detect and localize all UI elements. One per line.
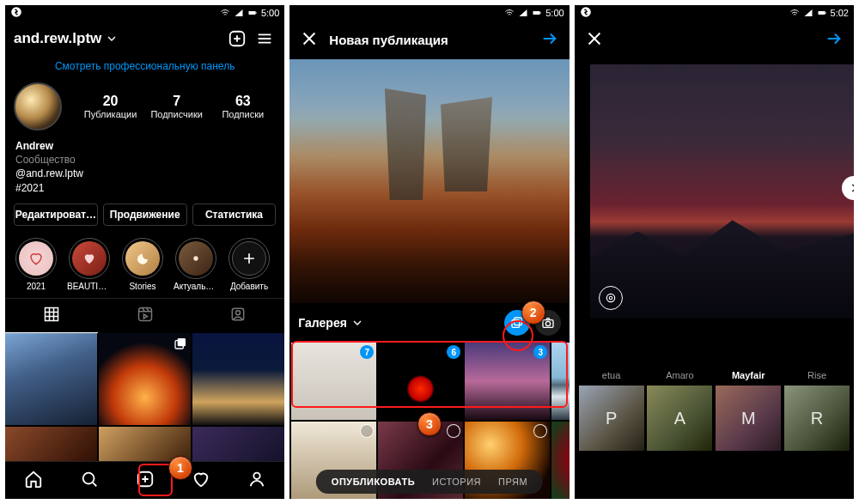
svg-rect-20: [818, 11, 825, 15]
new-post-header-button[interactable]: [226, 27, 248, 50]
tab-reels[interactable]: [98, 299, 191, 333]
profile-posts-grid: [5, 333, 284, 461]
highlight-stories[interactable]: Stories: [120, 238, 165, 291]
filter-amaro[interactable]: Amaro A: [646, 370, 713, 451]
phone-filters: 5:02 etua P Amaro A Mayfair M Rise R: [575, 5, 854, 499]
profile-stats: 20 Публикации 7 Подписчики 63 Подписки: [5, 81, 284, 137]
signal-icon: [234, 8, 244, 18]
wifi-icon: [504, 8, 515, 18]
svg-point-7: [236, 311, 241, 315]
annotation-badge-3: 3: [417, 412, 442, 436]
tab-grid[interactable]: [5, 299, 98, 333]
profile-action-row: Редактироват… Продвижение Статистика: [5, 203, 284, 234]
phone-profile: 5:00 and.rew.lptw Смотреть профессиональ…: [5, 5, 284, 499]
chevron-down-icon: [105, 32, 119, 46]
annotation-badge-2: 2: [521, 301, 545, 325]
post-thumb[interactable]: [192, 333, 284, 425]
status-bar: 5:00: [289, 5, 569, 21]
svg-rect-2: [255, 12, 256, 14]
stat-posts[interactable]: 20 Публикации: [77, 94, 143, 119]
svg-point-12: [253, 473, 259, 479]
selected-preview[interactable]: [289, 59, 569, 303]
svg-point-4: [193, 256, 198, 260]
status-bar: 5:02: [575, 5, 854, 21]
chevron-down-icon: [350, 316, 364, 330]
mode-publish[interactable]: ОПУБЛИКОВАТЬ: [332, 477, 415, 487]
mode-story[interactable]: ИСТОРИЯ: [432, 477, 481, 487]
page-title: Новая публикация: [329, 33, 529, 47]
highlights-row[interactable]: 2021 BEAUTIFUL Stories Актуальное Добави…: [5, 234, 284, 298]
wifi-icon: [789, 8, 800, 18]
tab-tagged[interactable]: [192, 299, 284, 333]
nav-home[interactable]: [24, 470, 43, 491]
stat-followers[interactable]: 7 Подписчики: [143, 94, 210, 119]
highlight-add[interactable]: Добавить: [227, 238, 271, 291]
gallery-thumb[interactable]: [551, 422, 569, 499]
gallery-dropdown[interactable]: Галерея: [298, 316, 364, 330]
insights-button[interactable]: Статистика: [192, 203, 277, 226]
new-post-header: Новая публикация: [289, 21, 569, 59]
status-bar: 5:00: [5, 5, 284, 21]
profile-header: and.rew.lptw: [5, 21, 284, 57]
pro-dashboard-link[interactable]: Смотреть профессиональную панель: [5, 57, 284, 81]
svg-point-23: [609, 296, 612, 300]
svg-point-10: [82, 473, 94, 484]
post-thumb[interactable]: [99, 333, 191, 425]
svg-rect-21: [825, 12, 825, 14]
svg-rect-1: [248, 11, 255, 15]
svg-rect-5: [138, 307, 151, 320]
next-button[interactable]: [540, 29, 559, 51]
svg-rect-13: [533, 11, 540, 15]
profile-tabs: [5, 298, 284, 333]
battery-icon: [532, 8, 542, 18]
shazam-icon: [580, 6, 592, 20]
shazam-icon: [10, 6, 22, 20]
promote-button[interactable]: Продвижение: [103, 203, 187, 226]
tag-people-button[interactable]: [599, 286, 623, 310]
filters-strip[interactable]: etua P Amaro A Mayfair M Rise R: [575, 370, 854, 451]
nav-profile[interactable]: [247, 470, 266, 491]
highlight-beautiful[interactable]: BEAUTIFUL: [67, 238, 112, 291]
status-time: 5:00: [261, 8, 279, 18]
nav-search[interactable]: [80, 470, 99, 491]
wifi-icon: [220, 8, 230, 18]
carousel-icon: [174, 337, 187, 350]
post-thumb[interactable]: [5, 333, 97, 425]
filter-perpetua[interactable]: etua P: [578, 370, 645, 451]
annotation-box-select: [503, 320, 533, 351]
crop-handle[interactable]: [842, 176, 854, 200]
username-dropdown[interactable]: and.rew.lptw: [14, 30, 119, 47]
hamburger-menu-button[interactable]: [253, 27, 276, 50]
avatar[interactable]: [14, 82, 62, 131]
signal-icon: [518, 8, 528, 18]
filter-rise[interactable]: Rise R: [783, 370, 850, 451]
battery-icon: [817, 8, 827, 18]
highlight-actual[interactable]: Актуальное: [174, 238, 218, 291]
bio-name: Andrew: [15, 139, 274, 153]
status-time: 5:02: [831, 8, 849, 18]
edit-profile-button[interactable]: Редактироват…: [14, 203, 98, 226]
annotation-badge-1: 1: [168, 456, 192, 480]
battery-icon: [247, 8, 258, 18]
next-button[interactable]: [825, 29, 844, 51]
post-thumb[interactable]: [5, 427, 97, 461]
svg-point-22: [606, 294, 614, 301]
nav-activity[interactable]: [192, 470, 210, 491]
close-button[interactable]: [585, 29, 604, 51]
profile-bio: Andrew Сообщество @and.rew.lptw #2021: [5, 137, 284, 203]
filter-mayfair[interactable]: Mayfair M: [715, 370, 782, 451]
svg-rect-14: [540, 12, 541, 14]
close-button[interactable]: [300, 29, 319, 51]
edit-header: [575, 21, 854, 59]
status-time: 5:00: [545, 8, 564, 18]
post-mode-switcher[interactable]: ОПУБЛИКОВАТЬ ИСТОРИЯ ПРЯМ: [316, 470, 543, 494]
annotation-box-1: [138, 464, 173, 496]
highlight-2021[interactable]: 2021: [14, 238, 58, 291]
annotation-box-2: [291, 341, 567, 408]
mode-live[interactable]: ПРЯМ: [498, 477, 527, 487]
filter-preview[interactable]: [590, 64, 854, 319]
post-thumb[interactable]: [192, 427, 284, 461]
svg-rect-8: [178, 338, 186, 346]
phone-new-post: 5:00 Новая публикация Галерея 7 6 3 4: [289, 5, 569, 499]
stat-following[interactable]: 63 Подписки: [210, 94, 276, 119]
